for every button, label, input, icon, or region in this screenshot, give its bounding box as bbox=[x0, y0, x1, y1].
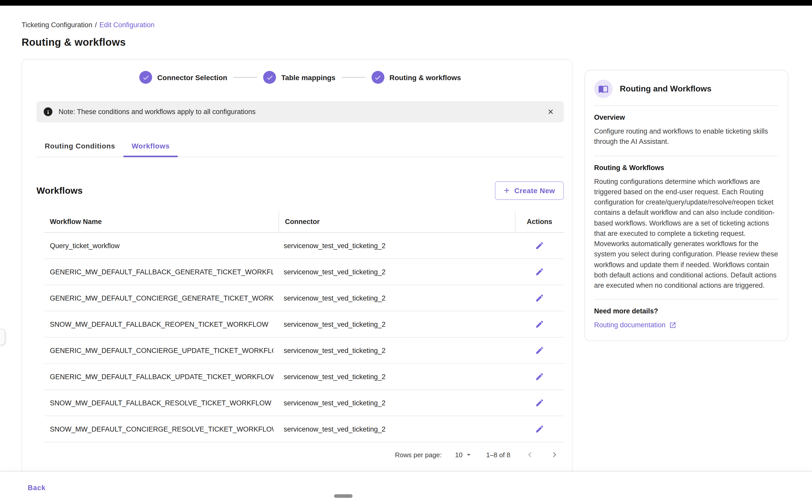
table-row: SNOW_MW_DEFAULT_CONCIERGE_RESOLVE_TICKET… bbox=[45, 416, 564, 442]
column-header-actions: Actions bbox=[515, 211, 564, 232]
table-row: SNOW_MW_DEFAULT_FALLBACK_RESOLVE_TICKET_… bbox=[45, 390, 564, 416]
workflow-connector: servicenow_test_ved_ticketing_2 bbox=[279, 259, 515, 285]
edit-pencil-icon[interactable] bbox=[532, 344, 547, 357]
workflow-connector: servicenow_test_ved_ticketing_2 bbox=[279, 311, 515, 337]
help-panel-header: Routing and Workflows bbox=[594, 80, 779, 106]
rows-per-page-select[interactable]: 10 bbox=[455, 451, 473, 459]
workflow-name: SNOW_MW_DEFAULT_CONCIERGE_RESOLVE_TICKET… bbox=[50, 425, 273, 433]
overview-text: Configure routing and workflows to enabl… bbox=[594, 126, 779, 147]
create-new-button[interactable]: + Create New bbox=[495, 181, 564, 200]
workflows-heading: Workflows bbox=[36, 185, 83, 196]
close-icon[interactable]: × bbox=[546, 106, 556, 118]
window-top-bar bbox=[0, 0, 812, 6]
tab-workflows[interactable]: Workflows bbox=[123, 136, 178, 157]
step-check-icon bbox=[371, 71, 384, 84]
step-connector-selection[interactable]: Connector Selection bbox=[139, 71, 227, 84]
routing-text: Routing configurations determine which w… bbox=[594, 176, 779, 291]
chevron-left-icon[interactable] bbox=[524, 449, 536, 461]
step-check-icon bbox=[139, 71, 152, 84]
step-table-mappings[interactable]: Table mappings bbox=[263, 71, 335, 84]
workflow-connector: servicenow_test_ved_ticketing_2 bbox=[279, 337, 515, 363]
step-label: Table mappings bbox=[281, 73, 335, 81]
edit-pencil-icon[interactable] bbox=[532, 318, 547, 331]
table-row: SNOW_MW_DEFAULT_FALLBACK_REOPEN_TICKET_W… bbox=[45, 311, 564, 337]
table-row: Query_ticket_workflow servicenow_test_ve… bbox=[45, 232, 564, 259]
stepper: Connector Selection Table mappings Routi… bbox=[36, 71, 564, 84]
book-icon bbox=[594, 80, 613, 98]
routing-heading: Routing & Workflows bbox=[594, 164, 779, 171]
workflows-section-header: Workflows + Create New bbox=[36, 181, 564, 200]
step-check-icon bbox=[263, 71, 276, 84]
step-label: Connector Selection bbox=[157, 73, 227, 81]
edit-pencil-icon[interactable] bbox=[532, 291, 547, 305]
workflow-name: GENERIC_MW_DEFAULT_CONCIERGE_GENERATE_TI… bbox=[50, 294, 273, 302]
breadcrumb-separator: / bbox=[95, 21, 97, 29]
workflow-connector: servicenow_test_ved_ticketing_2 bbox=[279, 232, 515, 259]
info-icon: i bbox=[44, 107, 52, 116]
external-link-icon bbox=[669, 322, 676, 329]
workflow-connector: servicenow_test_ved_ticketing_2 bbox=[279, 363, 515, 390]
footer-bar: Back bbox=[0, 471, 812, 504]
routing-documentation-link[interactable]: Routing documentation bbox=[594, 321, 676, 329]
back-button[interactable]: Back bbox=[25, 483, 49, 492]
help-section-overview: Overview Configure routing and workflows… bbox=[594, 106, 779, 156]
table-row: GENERIC_MW_DEFAULT_CONCIERGE_UPDATE_TICK… bbox=[45, 337, 564, 363]
breadcrumb: Ticketing Configuration/Edit Configurati… bbox=[22, 21, 154, 29]
edit-pencil-icon[interactable] bbox=[532, 396, 547, 409]
step-connector-line bbox=[233, 77, 257, 78]
chevron-right-icon[interactable] bbox=[548, 449, 561, 461]
table-row: GENERIC_MW_DEFAULT_FALLBACK_GENERATE_TIC… bbox=[45, 259, 564, 285]
workflow-connector: servicenow_test_ved_ticketing_2 bbox=[279, 390, 515, 416]
workflow-connector: servicenow_test_ved_ticketing_2 bbox=[279, 285, 515, 311]
edit-pencil-icon[interactable] bbox=[532, 265, 547, 278]
info-banner: i Note: These conditions and workflows a… bbox=[36, 101, 564, 122]
workflow-name: Query_ticket_workflow bbox=[50, 242, 273, 249]
breadcrumb-parent[interactable]: Ticketing Configuration bbox=[22, 21, 92, 29]
workflow-name: GENERIC_MW_DEFAULT_FALLBACK_GENERATE_TIC… bbox=[50, 268, 273, 276]
rows-per-page-value: 10 bbox=[455, 451, 463, 459]
step-routing-workflows[interactable]: Routing & workflows bbox=[371, 71, 461, 84]
rows-per-page-label: Rows per page: bbox=[395, 451, 442, 459]
breadcrumb-current[interactable]: Edit Configuration bbox=[99, 21, 155, 29]
table-header-row: Workflow Name Connector Actions bbox=[45, 211, 564, 232]
workflow-name: SNOW_MW_DEFAULT_FALLBACK_REOPEN_TICKET_W… bbox=[50, 320, 273, 328]
page-title: Routing & workflows bbox=[22, 36, 126, 48]
help-panel: Routing and Workflows Overview Configure… bbox=[584, 70, 788, 341]
table-row: GENERIC_MW_DEFAULT_CONCIERGE_GENERATE_TI… bbox=[45, 285, 564, 311]
create-new-label: Create New bbox=[514, 186, 555, 195]
tab-routing-conditions[interactable]: Routing Conditions bbox=[36, 136, 123, 157]
workflows-table: Workflow Name Connector Actions Query_ti… bbox=[45, 211, 564, 442]
edit-pencil-icon[interactable] bbox=[532, 422, 547, 436]
help-panel-title: Routing and Workflows bbox=[620, 84, 712, 94]
column-header-connector: Connector bbox=[279, 211, 515, 232]
table-row: GENERIC_MW_DEFAULT_FALLBACK_UPDATE_TICKE… bbox=[45, 363, 564, 390]
help-section-details: Need more details? Routing documentation bbox=[594, 300, 779, 332]
pagination-range: 1–8 of 8 bbox=[486, 451, 510, 459]
step-connector-line bbox=[342, 77, 365, 78]
help-section-routing: Routing & Workflows Routing configuratio… bbox=[594, 156, 779, 300]
workflow-connector: servicenow_test_ved_ticketing_2 bbox=[279, 416, 515, 442]
overview-heading: Overview bbox=[594, 114, 779, 121]
workflow-name: GENERIC_MW_DEFAULT_CONCIERGE_UPDATE_TICK… bbox=[50, 347, 273, 354]
plus-icon: + bbox=[504, 185, 510, 195]
details-heading: Need more details? bbox=[594, 307, 779, 315]
workflow-name: GENERIC_MW_DEFAULT_FALLBACK_UPDATE_TICKE… bbox=[50, 373, 273, 380]
drawer-handle[interactable] bbox=[0, 329, 5, 345]
home-indicator bbox=[334, 494, 353, 498]
routing-documentation-label: Routing documentation bbox=[594, 321, 666, 329]
edit-pencil-icon[interactable] bbox=[532, 370, 547, 383]
info-banner-text: Note: These conditions and workflows app… bbox=[59, 108, 255, 116]
edit-pencil-icon[interactable] bbox=[532, 239, 547, 252]
configuration-card: Connector Selection Table mappings Routi… bbox=[22, 59, 573, 483]
step-label: Routing & workflows bbox=[389, 73, 461, 81]
caret-down-icon bbox=[465, 451, 473, 459]
pagination: Rows per page: 10 1–8 of 8 bbox=[36, 449, 564, 461]
tab-bar: Routing Conditions Workflows bbox=[36, 136, 564, 157]
column-header-workflow-name: Workflow Name bbox=[45, 211, 279, 232]
app-window: Ticketing Configuration/Edit Configurati… bbox=[0, 0, 812, 504]
workflow-name: SNOW_MW_DEFAULT_FALLBACK_RESOLVE_TICKET_… bbox=[50, 399, 273, 407]
pagination-nav bbox=[524, 449, 561, 461]
